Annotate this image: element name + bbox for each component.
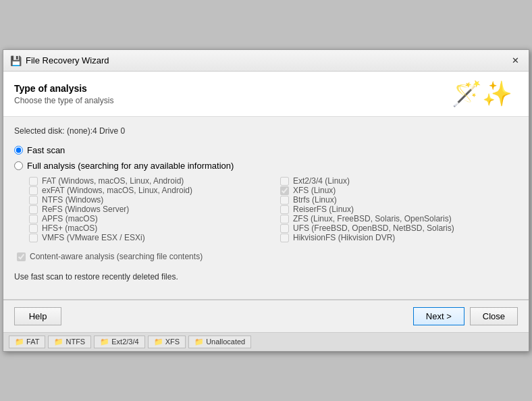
vmfs-checkbox[interactable] [29, 234, 38, 242]
header-section: Type of analysis Choose the type of anal… [3, 72, 529, 117]
apfs-checkbox[interactable] [29, 215, 38, 223]
list-item[interactable]: ReiserFS (Linux) [280, 205, 518, 214]
hikvision-checkbox[interactable] [280, 234, 289, 242]
fast-scan-radio[interactable] [14, 146, 23, 155]
list-item[interactable]: HFS+ (macOS) [29, 223, 267, 233]
content-area: Selected disk: (none):4 Drive 0 Fast sca… [3, 117, 529, 291]
list-item[interactable]: VMFS (VMware ESX / ESXi) [29, 233, 267, 242]
zfs-label: ZFS (Linux, FreeBSD, Solaris, OpenSolari… [293, 214, 452, 223]
ext234-label: Ext2/3/4 (Linux) [293, 176, 350, 186]
taskbar-item-unallocated[interactable]: 📁 Unallocated [188, 336, 251, 348]
fast-scan-option[interactable]: Fast scan [14, 145, 518, 155]
reiserfs-checkbox[interactable] [280, 205, 289, 214]
selected-disk-label: Selected disk: (none):4 Drive 0 [14, 126, 518, 136]
taskbar-strip: 📁 FAT 📁 NTFS 📁 Ext2/3/4 📁 XFS 📁 Unalloca… [3, 332, 529, 351]
list-item[interactable]: FAT (Windows, macOS, Linux, Android) [29, 176, 267, 186]
xfs-checkbox[interactable] [280, 186, 289, 195]
footer-buttons-right: Next > Close [413, 307, 518, 325]
close-window-button[interactable]: ✕ [508, 54, 522, 68]
dialog-window: 💾 File Recovery Wizard ✕ Type of analysi… [3, 49, 529, 352]
ufs-checkbox[interactable] [280, 224, 289, 233]
title-bar-left: 💾 File Recovery Wizard [10, 55, 109, 66]
next-button[interactable]: Next > [413, 307, 464, 325]
fat-label: FAT (Windows, macOS, Linux, Android) [42, 176, 184, 186]
footer: Help Next > Close [3, 300, 529, 332]
hikvision-label: HikvisionFS (Hikvision DVR) [293, 233, 395, 242]
list-item[interactable]: exFAT (Windows, macOS, Linux, Android) [29, 186, 267, 195]
fat-checkbox[interactable] [29, 177, 38, 186]
hfsplus-label: HFS+ (macOS) [42, 223, 97, 233]
taskbar-item-ext[interactable]: 📁 Ext2/3/4 [94, 336, 144, 348]
exfat-checkbox[interactable] [29, 186, 38, 195]
content-aware-checkbox[interactable] [17, 252, 26, 261]
apfs-label: APFS (macOS) [42, 214, 98, 223]
refs-checkbox[interactable] [29, 205, 38, 214]
taskbar-item-fat[interactable]: 📁 FAT [9, 336, 45, 348]
list-item[interactable]: UFS (FreeBSD, OpenBSD, NetBSD, Solaris) [280, 223, 518, 233]
help-button[interactable]: Help [14, 307, 61, 325]
filesystem-section: FAT (Windows, macOS, Linux, Android) exF… [29, 176, 518, 242]
fast-scan-label[interactable]: Fast scan [27, 145, 65, 155]
full-analysis-radio[interactable] [14, 161, 23, 170]
btrfs-checkbox[interactable] [280, 196, 289, 205]
vmfs-label: VMFS (VMware ESX / ESXi) [42, 233, 145, 242]
wizard-icon: 🪄✨ [452, 80, 512, 108]
xfs-label: XFS (Linux) [293, 186, 336, 195]
exfat-label: exFAT (Windows, macOS, Linux, Android) [42, 186, 192, 195]
filesystem-left-col: FAT (Windows, macOS, Linux, Android) exF… [29, 176, 267, 242]
ext234-checkbox[interactable] [280, 177, 289, 186]
app-icon: 💾 [10, 55, 22, 66]
taskbar-item-ntfs[interactable]: 📁 NTFS [48, 336, 91, 348]
ntfs-checkbox[interactable] [29, 196, 38, 205]
list-item[interactable]: NTFS (Windows) [29, 195, 267, 205]
header-title: Type of analysis [14, 83, 113, 94]
content-aware-label: Content-aware analysis (searching file c… [30, 252, 203, 261]
list-item[interactable]: Ext2/3/4 (Linux) [280, 176, 518, 186]
zfs-checkbox[interactable] [280, 215, 289, 223]
list-item[interactable]: Btrfs (Linux) [280, 195, 518, 205]
list-item[interactable]: ReFS (Windows Server) [29, 205, 267, 214]
header-text: Type of analysis Choose the type of anal… [14, 83, 113, 105]
dialog-title: File Recovery Wizard [26, 55, 109, 65]
full-analysis-label[interactable]: Full analysis (searching for any availab… [27, 161, 234, 171]
description-text: Use fast scan to restore recently delete… [14, 272, 518, 282]
ufs-label: UFS (FreeBSD, OpenBSD, NetBSD, Solaris) [293, 223, 454, 233]
refs-label: ReFS (Windows Server) [42, 205, 129, 214]
hfsplus-checkbox[interactable] [29, 224, 38, 233]
reiserfs-label: ReiserFS (Linux) [293, 205, 354, 214]
taskbar-item-xfs[interactable]: 📁 XFS [148, 336, 186, 348]
list-item[interactable]: ZFS (Linux, FreeBSD, Solaris, OpenSolari… [280, 214, 518, 223]
close-button[interactable]: Close [470, 307, 518, 325]
list-item[interactable]: XFS (Linux) [280, 186, 518, 195]
btrfs-label: Btrfs (Linux) [293, 195, 337, 205]
list-item[interactable]: HikvisionFS (Hikvision DVR) [280, 233, 518, 242]
title-bar: 💾 File Recovery Wizard ✕ [3, 50, 529, 72]
filesystem-right-col: Ext2/3/4 (Linux) XFS (Linux) Btrfs (Linu… [280, 176, 518, 242]
content-aware-option[interactable]: Content-aware analysis (searching file c… [17, 252, 518, 261]
full-analysis-option[interactable]: Full analysis (searching for any availab… [14, 161, 518, 171]
ntfs-label: NTFS (Windows) [42, 195, 103, 205]
header-subtitle: Choose the type of analysis [14, 96, 113, 105]
list-item[interactable]: APFS (macOS) [29, 214, 267, 223]
